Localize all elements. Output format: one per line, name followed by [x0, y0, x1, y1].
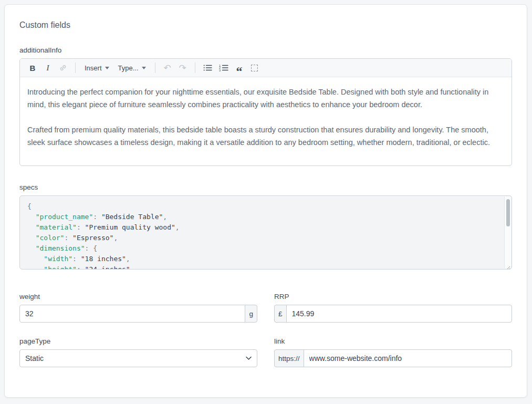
redo-icon[interactable]: ↷: [179, 62, 187, 74]
undo-icon[interactable]: ↶: [163, 62, 172, 74]
link-input[interactable]: [304, 349, 512, 367]
field-specs: specs { "product_name": "Bedside Table",…: [19, 183, 512, 270]
field-rrp: RRP £: [274, 293, 512, 323]
blockquote-icon[interactable]: “: [235, 62, 244, 74]
chevron-down-icon: [246, 356, 252, 360]
weight-unit-addon: g: [245, 305, 257, 323]
fields-row-2: pageType Static link https://: [19, 337, 512, 367]
editor-toolbar: B I Insert Type...: [20, 59, 512, 77]
expand-icon[interactable]: [251, 62, 259, 74]
ordered-list-icon[interactable]: 1 2 3: [219, 62, 228, 74]
page-type-label: pageType: [19, 337, 257, 345]
page-title: Custom fields: [19, 20, 512, 30]
insert-dropdown[interactable]: Insert: [84, 64, 110, 72]
bold-button[interactable]: B: [28, 62, 37, 74]
additional-info-label: additionalInfo: [19, 46, 512, 54]
svg-text:3: 3: [219, 69, 221, 72]
resize-handle-icon[interactable]: [505, 263, 510, 268]
rrp-input[interactable]: [286, 305, 512, 323]
italic-button[interactable]: I: [44, 62, 52, 74]
link-icon[interactable]: [59, 62, 67, 74]
field-additional-info: additionalInfo B I Insert: [19, 46, 512, 166]
page-type-value: Static: [25, 354, 44, 362]
scrollbar-thumb[interactable]: [506, 199, 510, 226]
specs-label: specs: [19, 183, 512, 191]
chevron-down-icon: [105, 67, 109, 69]
field-link: link https://: [274, 337, 512, 367]
weight-label: weight: [19, 293, 257, 301]
insert-dropdown-label: Insert: [85, 64, 102, 72]
type-dropdown-label: Type...: [118, 64, 139, 72]
editor-content[interactable]: Introducing the perfect companion for yo…: [20, 77, 512, 165]
chevron-down-icon: [142, 67, 146, 69]
rich-text-editor: B I Insert Type...: [19, 58, 512, 166]
rrp-currency-addon: £: [274, 305, 287, 323]
page-type-select[interactable]: Static: [19, 349, 257, 367]
toolbar-divider: [155, 63, 155, 73]
link-protocol-addon: https://: [274, 349, 304, 367]
scrollbar[interactable]: [504, 196, 511, 268]
weight-input[interactable]: [19, 305, 245, 323]
fields-row-1: weight g RRP £: [19, 293, 512, 323]
custom-fields-panel: Custom fields additionalInfo B I Insert: [4, 4, 527, 398]
specs-code-editor[interactable]: { "product_name": "Bedside Table", "mate…: [19, 195, 512, 270]
toolbar-divider: [195, 63, 195, 73]
bullet-list-icon[interactable]: [203, 62, 212, 74]
toolbar-divider: [75, 63, 76, 73]
field-page-type: pageType Static: [19, 337, 257, 367]
link-label: link: [274, 337, 512, 345]
rrp-label: RRP: [274, 293, 512, 301]
type-dropdown[interactable]: Type...: [117, 64, 147, 72]
field-weight: weight g: [19, 293, 257, 323]
specs-code: { "product_name": "Bedside Table", "mate…: [20, 196, 512, 270]
